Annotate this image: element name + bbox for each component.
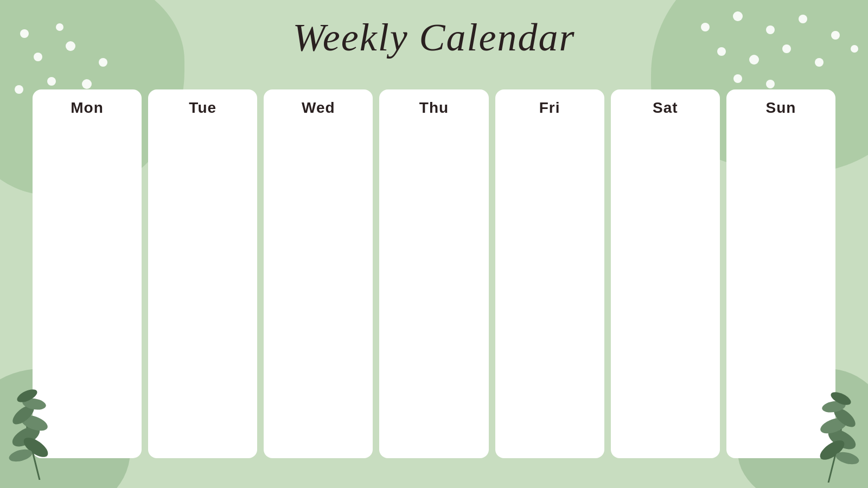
day-header-fri: Fri [495, 89, 604, 124]
day-body-fri[interactable] [495, 124, 604, 458]
day-column-wed: Wed [264, 89, 373, 458]
day-body-sat[interactable] [611, 124, 720, 458]
leaf-right-icon [793, 374, 864, 483]
day-header-wed: Wed [264, 89, 373, 124]
day-header-thu: Thu [379, 89, 488, 124]
leaf-left-icon [4, 371, 75, 480]
calendar-grid: MonTueWedThuFriSatSun [33, 89, 835, 458]
day-column-fri: Fri [495, 89, 604, 458]
page-title: Weekly Calendar [292, 16, 575, 59]
day-header-sun: Sun [726, 89, 835, 124]
page-title-container: Weekly Calendar [0, 15, 868, 60]
day-body-tue[interactable] [148, 124, 257, 458]
day-header-sat: Sat [611, 89, 720, 124]
day-column-thu: Thu [379, 89, 488, 458]
day-body-thu[interactable] [379, 124, 488, 458]
day-body-wed[interactable] [264, 124, 373, 458]
day-column-sat: Sat [611, 89, 720, 458]
day-header-mon: Mon [33, 89, 142, 124]
day-header-tue: Tue [148, 89, 257, 124]
day-column-tue: Tue [148, 89, 257, 458]
